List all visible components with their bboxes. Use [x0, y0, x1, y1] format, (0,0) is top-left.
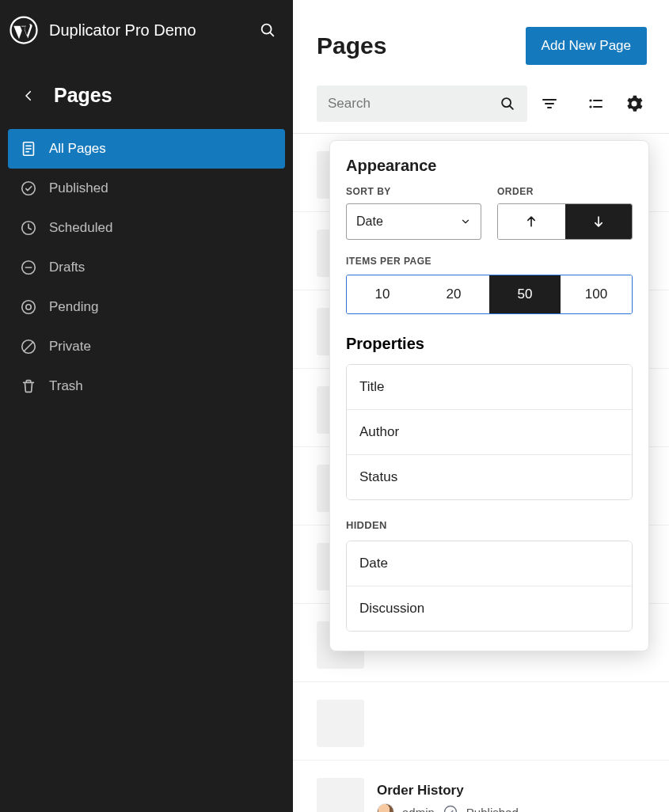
minus-circle-icon: [19, 258, 38, 277]
content-list: Order History admin Published Appe: [293, 133, 669, 812]
items-per-page-option[interactable]: 100: [561, 275, 632, 313]
sidebar-item-pending[interactable]: Pending: [8, 287, 285, 327]
svg-point-24: [444, 806, 456, 813]
sidebar-item-drafts[interactable]: Drafts: [8, 248, 285, 287]
sidebar-item-label: Trash: [49, 378, 83, 394]
page-thumbnail: [317, 778, 364, 812]
sidebar-item-label: Drafts: [49, 260, 85, 275]
back-icon[interactable]: [19, 86, 38, 105]
sidebar: Duplicator Pro Demo Pages All Pages: [0, 0, 293, 812]
sidebar-item-label: All Pages: [49, 141, 106, 157]
clock-icon: [19, 218, 38, 237]
page-row-title[interactable]: Order History: [377, 783, 519, 799]
breadcrumb-title: Pages: [54, 84, 112, 107]
hidden-properties-list: Date Discussion: [346, 541, 633, 632]
breadcrumb: Pages: [0, 60, 293, 126]
property-item[interactable]: Author: [347, 410, 632, 455]
svg-point-7: [22, 182, 36, 195]
page-thumbnail: [317, 700, 364, 747]
sort-by-select[interactable]: Date: [346, 203, 481, 240]
property-item[interactable]: Discussion: [347, 586, 632, 631]
chevron-down-icon: [460, 216, 471, 227]
block-icon: [19, 337, 38, 356]
sidebar-item-all-pages[interactable]: All Pages: [8, 129, 285, 169]
sidebar-item-label: Private: [49, 339, 91, 355]
settings-gear-icon[interactable]: [618, 88, 650, 120]
wordpress-logo-icon[interactable]: [10, 16, 38, 44]
page-row-author: admin: [402, 806, 435, 813]
list-view-icon[interactable]: [580, 88, 612, 120]
properties-list: Title Author Status: [346, 364, 633, 500]
search-field-wrap[interactable]: [317, 85, 527, 122]
property-item[interactable]: Date: [347, 541, 632, 586]
svg-line-14: [25, 343, 33, 351]
search-submit-icon[interactable]: [496, 92, 519, 116]
sidebar-nav: All Pages Published Scheduled Drafts: [0, 126, 293, 409]
page-title: Pages: [317, 32, 386, 59]
page-icon: [19, 139, 38, 158]
pending-icon: [19, 298, 38, 317]
svg-point-20: [589, 99, 591, 101]
trash-icon: [19, 377, 38, 396]
sidebar-header: Duplicator Pro Demo: [0, 8, 293, 60]
author-avatar: [377, 803, 394, 812]
property-item[interactable]: Status: [347, 455, 632, 499]
order-toggle: [497, 203, 633, 240]
items-per-page-segment: 10 20 50 100: [346, 275, 633, 314]
sidebar-item-label: Scheduled: [49, 220, 112, 236]
svg-point-11: [22, 301, 36, 314]
filter-icon[interactable]: [534, 88, 565, 120]
site-title[interactable]: Duplicator Pro Demo: [49, 21, 247, 40]
svg-line-2: [270, 32, 273, 36]
toolbar: [293, 85, 669, 133]
sidebar-item-private[interactable]: Private: [8, 327, 285, 366]
page-meta: Order History admin Published: [377, 783, 519, 812]
view-options-popover: Appearance SORT BY Date ORDER: [329, 140, 649, 651]
hidden-heading: HIDDEN: [346, 519, 633, 531]
items-per-page-label: ITEMS PER PAGE: [346, 256, 633, 267]
check-circle-icon: [19, 179, 38, 198]
sidebar-item-published[interactable]: Published: [8, 169, 285, 208]
table-row[interactable]: Order History admin Published: [293, 765, 669, 812]
sidebar-item-label: Published: [49, 180, 108, 196]
order-asc-button[interactable]: [498, 204, 565, 239]
sort-by-value: Date: [356, 214, 383, 229]
appearance-heading: Appearance: [346, 157, 633, 175]
check-circle-icon: [443, 804, 458, 812]
sidebar-item-trash[interactable]: Trash: [8, 366, 285, 406]
items-per-page-option[interactable]: 50: [489, 275, 561, 313]
order-desc-button[interactable]: [565, 204, 633, 239]
page-row-status: Published: [466, 806, 519, 813]
svg-point-12: [26, 305, 31, 309]
order-label: ORDER: [497, 186, 633, 197]
items-per-page-option[interactable]: 20: [418, 275, 489, 313]
svg-point-22: [589, 105, 591, 108]
svg-line-16: [510, 106, 513, 109]
sidebar-item-label: Pending: [49, 299, 98, 315]
global-search-icon[interactable]: [258, 21, 277, 40]
table-row[interactable]: [293, 687, 669, 761]
search-input[interactable]: [328, 96, 496, 112]
sidebar-item-scheduled[interactable]: Scheduled: [8, 208, 285, 248]
main-panel: Pages Add New Page: [293, 0, 669, 812]
items-per-page-option[interactable]: 10: [347, 275, 418, 313]
sort-by-label: SORT BY: [346, 186, 481, 197]
properties-heading: Properties: [346, 335, 633, 353]
property-item[interactable]: Title: [347, 365, 632, 410]
svg-point-0: [11, 17, 37, 44]
add-new-page-button[interactable]: Add New Page: [526, 27, 647, 65]
main-header: Pages Add New Page: [293, 0, 669, 85]
